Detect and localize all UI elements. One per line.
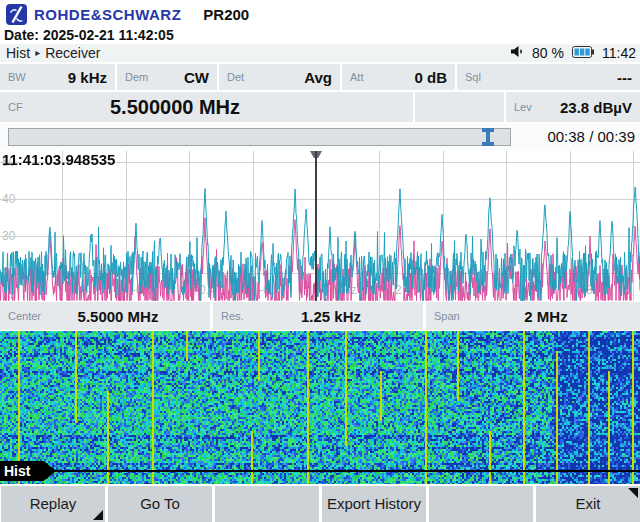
- param-label: Sql: [465, 71, 481, 83]
- breadcrumb-root[interactable]: Hist: [6, 44, 30, 62]
- nav-bar: Hist ▸ Receiver 80 % 11:4: [0, 44, 640, 62]
- center-field[interactable]: Center 5.5000 MHz: [0, 302, 210, 330]
- param-value: CW: [184, 69, 209, 86]
- res-label: Res.: [221, 310, 244, 322]
- history-position-line[interactable]: [0, 470, 640, 472]
- go-to-button[interactable]: Go To: [108, 486, 212, 522]
- breadcrumb-page[interactable]: Receiver: [45, 44, 100, 62]
- title-bar: ROHDE&SCHWARZ PR200: [0, 0, 640, 28]
- span-label: Span: [434, 310, 460, 322]
- breadcrumb-arrow-icon: ▸: [35, 44, 40, 62]
- status-bar: 80 % 11:42: [510, 44, 636, 62]
- softkey-label: Replay: [30, 495, 77, 512]
- softkey-label: Go To: [140, 495, 180, 512]
- replay-timestamp: 11:41:03.948535: [2, 151, 115, 168]
- param-label: Det: [227, 71, 244, 83]
- param-value: Avg: [304, 69, 332, 86]
- param-sql[interactable]: Sql ---: [457, 64, 640, 90]
- date-line: Date: 2025-02-21 11:42:05: [0, 28, 640, 44]
- submenu-corner-icon: [93, 510, 103, 520]
- softkey-bar: Replay Go To Export History Exit: [0, 486, 640, 522]
- empty-softkey: [215, 486, 319, 522]
- level-field[interactable]: Lev 23.8 dBµV: [506, 92, 640, 122]
- clock: 11:42: [602, 44, 636, 62]
- export-history-button[interactable]: Export History: [322, 486, 426, 522]
- param-label: BW: [8, 71, 26, 83]
- empty-softkey: [429, 486, 533, 522]
- center-frequency-field[interactable]: CF 5.500000 MHz: [0, 92, 413, 122]
- resolution-field[interactable]: Res. 1.25 kHz: [213, 302, 423, 330]
- center-value: 5.5000 MHz: [40, 308, 196, 325]
- speaker-icon[interactable]: [510, 44, 524, 62]
- model-name: PR200: [203, 6, 249, 23]
- param-label: Dem: [125, 71, 148, 83]
- brand-name: ROHDE&SCHWARZ: [34, 6, 181, 23]
- breadcrumb[interactable]: Hist ▸ Receiver: [6, 44, 100, 62]
- replay-progress-row: 00:38 / 00:39: [0, 124, 640, 150]
- replay-scrub-handle[interactable]: [482, 128, 494, 146]
- cf-value: 5.500000 MHz: [60, 96, 290, 119]
- span-value: 2 MHz: [466, 308, 626, 325]
- replay-button[interactable]: Replay: [1, 486, 105, 522]
- param-label: Att: [350, 71, 363, 83]
- submenu-corner-icon: [628, 488, 638, 498]
- waterfall-canvas: [0, 331, 640, 484]
- param-det[interactable]: Det Avg: [219, 64, 340, 90]
- param-value: 0 dB: [414, 69, 447, 86]
- span-field[interactable]: Span 2 MHz: [426, 302, 640, 330]
- battery-percent: 80 %: [532, 44, 564, 62]
- lev-label: Lev: [514, 101, 532, 113]
- exit-button[interactable]: Exit: [536, 486, 640, 522]
- res-value: 1.25 kHz: [253, 308, 409, 325]
- replay-progress-track[interactable]: [8, 128, 511, 146]
- center-label: Center: [8, 310, 41, 322]
- cf-label: CF: [8, 101, 23, 113]
- waterfall-display[interactable]: Hist: [0, 331, 640, 484]
- spectrum-trace-canvas: [0, 151, 640, 301]
- param-value: ---: [617, 69, 632, 86]
- param-bw[interactable]: BW 9 kHz: [0, 64, 115, 90]
- spectrum-display[interactable]: 50 40 30 20 -0.8 -0.6 -0.4 -0.2 0 MHz 0.…: [0, 151, 640, 301]
- battery-icon: [572, 44, 594, 62]
- replay-time-indicator: 00:38 / 00:39: [547, 124, 635, 150]
- param-att[interactable]: Att 0 dB: [342, 64, 455, 90]
- spare-cell: [415, 92, 504, 122]
- param-dem[interactable]: Dem CW: [117, 64, 217, 90]
- softkey-label: Exit: [575, 495, 600, 512]
- softkey-label: Export History: [327, 495, 421, 512]
- rohde-schwarz-logo-icon: [6, 4, 27, 25]
- pr200-screen: ROHDE&SCHWARZ PR200 Date: 2025-02-21 11:…: [0, 0, 640, 522]
- lev-value: 23.8 dBµV: [560, 99, 632, 116]
- center-marker-line[interactable]: [315, 151, 317, 301]
- param-value: 9 kHz: [68, 69, 107, 86]
